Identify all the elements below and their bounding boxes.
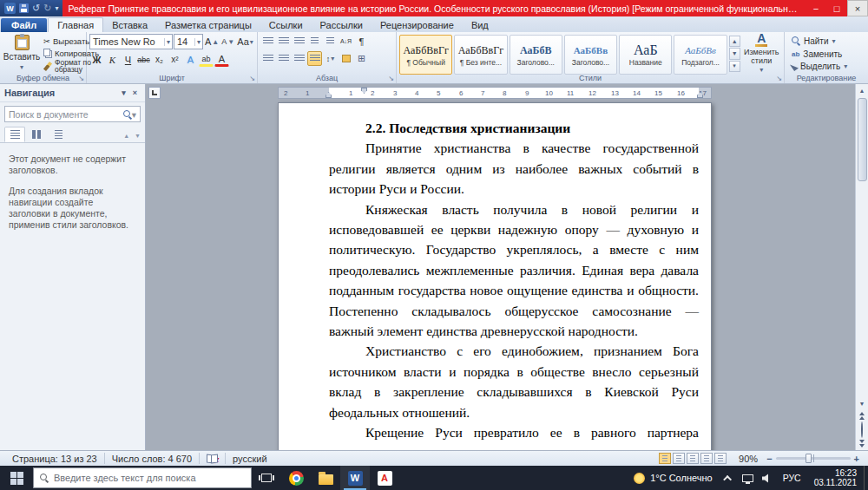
font-size-dropdown-icon[interactable]: ▾ — [194, 38, 202, 46]
line-spacing-button[interactable]: ↕▾ — [323, 51, 338, 66]
task-view-button[interactable] — [252, 466, 281, 490]
sort-button[interactable]: А↓Я — [339, 34, 353, 49]
next-page-button[interactable] — [856, 438, 868, 450]
tab-mailings[interactable]: Рассылки — [312, 18, 372, 32]
zoom-in-button[interactable]: + — [854, 454, 859, 464]
style-heading1[interactable]: АаБбВ Заголово... — [510, 35, 562, 75]
align-right-button[interactable] — [292, 51, 306, 66]
hidden-icons-button[interactable] — [720, 466, 739, 490]
nav-tab-headings[interactable] — [4, 127, 25, 142]
subscript-button[interactable]: x₂ — [152, 52, 167, 67]
navigation-close-icon[interactable]: × — [129, 88, 141, 97]
clock[interactable]: 16:23 03.11.2021 — [807, 468, 864, 488]
style-subtitle[interactable]: АаБбВв Подзагол... — [674, 35, 727, 75]
explorer-taskbar-button[interactable] — [311, 466, 340, 490]
decrease-indent-button[interactable] — [307, 34, 322, 49]
clipboard-dialog-launcher-icon[interactable]: ↘ — [78, 75, 84, 82]
paste-dropdown-icon[interactable]: ▾ — [20, 63, 23, 71]
print-layout-view-icon[interactable] — [659, 453, 671, 464]
navigation-dropdown-icon[interactable]: ▾ — [118, 88, 129, 97]
nav-tab-results[interactable] — [48, 127, 69, 142]
outline-view-icon[interactable] — [700, 453, 713, 464]
numbered-list-button[interactable] — [276, 34, 291, 49]
word-count[interactable]: Число слов: 4 670 — [105, 453, 200, 464]
style-heading2[interactable]: АаБбВв Заголово... — [564, 35, 617, 75]
styles-scroll-down-icon[interactable]: ▼ — [729, 48, 740, 59]
styles-dialog-launcher-icon[interactable]: ↘ — [776, 75, 782, 82]
paragraph-dialog-launcher-icon[interactable]: ↘ — [388, 75, 394, 82]
close-button[interactable]: × — [847, 0, 868, 16]
style-normal[interactable]: АаБбВвГг ¶ Обычный — [399, 35, 452, 75]
bold-button[interactable]: Ж — [89, 52, 104, 67]
scrollbar-thumb[interactable] — [858, 98, 867, 181]
fullscreen-reading-view-icon[interactable] — [673, 453, 685, 464]
nav-tab-pages[interactable] — [26, 127, 47, 142]
document-page[interactable]: 2.2. Последствия христианизации Принятие… — [278, 102, 712, 450]
grow-font-button[interactable]: А▲ — [204, 35, 220, 49]
vertical-scrollbar[interactable]: ▲ ▼ — [855, 84, 868, 450]
change-styles-button[interactable]: А Изменить стили ▾ — [742, 34, 781, 72]
select-browse-object-button[interactable] — [861, 422, 863, 438]
volume-tray-button[interactable] — [758, 466, 777, 490]
select-button[interactable]: Выделить ▾ — [792, 61, 865, 72]
tab-selector[interactable] — [148, 87, 161, 99]
align-left-button[interactable] — [260, 51, 275, 66]
styles-scroll-up-icon[interactable]: ▲ — [729, 36, 740, 47]
save-icon[interactable] — [19, 3, 29, 13]
align-center-button[interactable] — [276, 51, 291, 66]
multilevel-list-button[interactable] — [292, 34, 306, 49]
next-result-icon[interactable]: ▼ — [135, 133, 141, 139]
replace-button[interactable]: ab Заменить — [792, 49, 865, 60]
zoom-level[interactable]: 90% — [739, 454, 758, 464]
text-effects-button[interactable]: А — [183, 52, 198, 67]
document-text[interactable]: 2.2. Последствия христианизации Принятие… — [279, 103, 711, 450]
qat-dropdown-icon[interactable]: ▾ — [55, 4, 58, 12]
undo-icon[interactable]: ↺ — [32, 3, 40, 13]
page-indicator[interactable]: Страница: 13 из 23 — [5, 453, 105, 464]
paste-button[interactable]: Вставить ▾ — [3, 34, 41, 72]
weather-widget[interactable]: 1°C Солнечно — [627, 473, 720, 484]
font-name-combo[interactable]: Times New Ro ▾ — [89, 34, 173, 49]
minimize-button[interactable]: − — [806, 0, 826, 16]
start-button[interactable] — [0, 466, 33, 490]
draft-view-icon[interactable] — [714, 453, 727, 464]
redo-icon[interactable]: ↻ — [43, 3, 51, 13]
language-indicator[interactable]: русский — [226, 453, 273, 464]
tab-file[interactable]: Файл — [1, 18, 47, 32]
superscript-button[interactable]: x² — [168, 52, 182, 67]
tab-home[interactable]: Главная — [48, 17, 103, 32]
strikethrough-button[interactable]: abc — [136, 52, 151, 67]
spellcheck-status[interactable]: ✗ — [200, 453, 226, 464]
tab-page-layout[interactable]: Разметка страницы — [156, 18, 260, 32]
font-color-button[interactable]: А — [214, 52, 229, 67]
chrome-taskbar-button[interactable] — [281, 466, 311, 490]
maximize-button[interactable]: □ — [826, 0, 847, 16]
tab-review[interactable]: Рецензирование — [372, 18, 463, 32]
show-desktop-button[interactable] — [864, 466, 868, 490]
font-dialog-launcher-icon[interactable]: ↘ — [249, 75, 255, 82]
word-app-icon[interactable]: W — [4, 3, 16, 14]
zoom-slider[interactable] — [776, 457, 851, 460]
zoom-out-button[interactable]: − — [766, 454, 772, 464]
tab-references[interactable]: Ссылки — [260, 18, 312, 32]
find-button[interactable]: Найти ▾ — [792, 36, 865, 47]
shrink-font-button[interactable]: А▼ — [220, 35, 235, 49]
zoom-slider-thumb[interactable] — [806, 454, 812, 463]
taskbar-search-input[interactable]: Введите здесь текст для поиска — [33, 467, 252, 488]
show-marks-button[interactable]: ¶ — [354, 34, 369, 49]
scroll-down-icon[interactable]: ▼ — [856, 397, 868, 410]
tab-insert[interactable]: Вставка — [103, 18, 156, 32]
horizontal-ruler[interactable]: 2 1 1 2 3 4 5 6 7 8 9 10 11 12 13 14 15 … — [278, 87, 712, 99]
document-search-input[interactable]: Поиск в документе ▾ — [4, 106, 141, 122]
language-tray-indicator[interactable]: РУС — [777, 473, 807, 483]
styles-gallery-expand-icon[interactable]: ▾ — [729, 61, 740, 72]
bullet-list-button[interactable] — [260, 34, 275, 49]
previous-page-button[interactable] — [856, 410, 868, 422]
acrobat-taskbar-button[interactable]: A — [370, 466, 399, 490]
previous-result-icon[interactable]: ▲ — [123, 133, 129, 139]
web-layout-view-icon[interactable] — [687, 453, 699, 464]
borders-button[interactable]: ⊞ — [354, 51, 369, 66]
underline-button[interactable]: Ч — [121, 52, 135, 67]
network-tray-button[interactable] — [739, 466, 758, 490]
word-taskbar-button[interactable]: W — [340, 466, 370, 490]
